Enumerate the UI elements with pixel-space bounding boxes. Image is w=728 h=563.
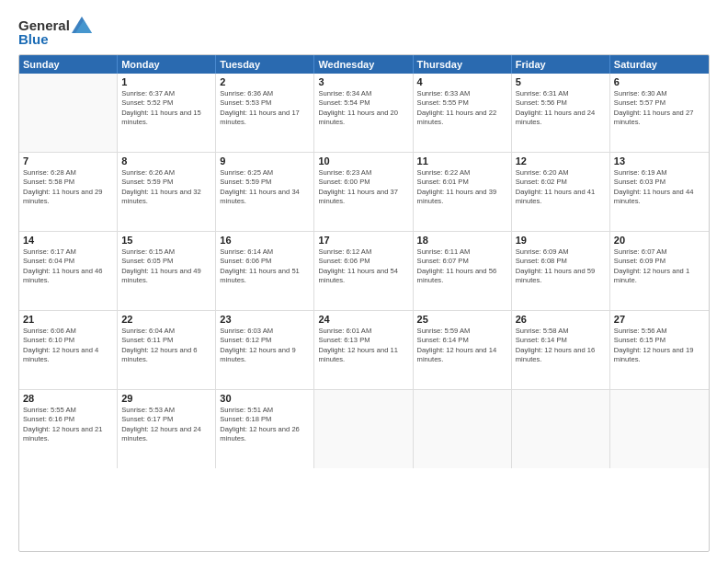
sunrise-text: Sunrise: 6:34 AM xyxy=(318,89,408,98)
cal-cell: 11Sunrise: 6:22 AMSunset: 6:01 PMDayligh… xyxy=(414,153,512,231)
sunset-text: Sunset: 5:56 PM xyxy=(516,98,606,108)
sunset-text: Sunset: 5:59 PM xyxy=(121,178,211,187)
daylight-text: Daylight: 11 hours and 24 minutes. xyxy=(516,109,606,128)
day-number: 22 xyxy=(121,314,211,325)
cal-cell: 24Sunrise: 6:01 AMSunset: 6:13 PMDayligh… xyxy=(314,311,413,389)
daylight-text: Daylight: 12 hours and 1 minute. xyxy=(614,267,705,286)
day-number: 3 xyxy=(318,76,408,87)
daylight-text: Daylight: 12 hours and 26 minutes. xyxy=(220,425,310,444)
cal-cell: 10Sunrise: 6:23 AMSunset: 6:00 PMDayligh… xyxy=(314,153,413,231)
daylight-text: Daylight: 12 hours and 14 minutes. xyxy=(417,346,507,365)
calendar-header-row: SundayMondayTuesdayWednesdayThursdayFrid… xyxy=(19,55,709,74)
sunset-text: Sunset: 6:08 PM xyxy=(516,257,606,266)
sunset-text: Sunset: 5:52 PM xyxy=(121,98,211,108)
sunset-text: Sunset: 6:04 PM xyxy=(23,257,113,266)
cal-header-wednesday: Wednesday xyxy=(314,55,413,74)
daylight-text: Daylight: 11 hours and 44 minutes. xyxy=(614,188,705,207)
day-number: 7 xyxy=(23,155,113,167)
cal-cell: 2Sunrise: 6:36 AMSunset: 5:53 PMDaylight… xyxy=(216,74,314,152)
daylight-text: Daylight: 11 hours and 20 minutes. xyxy=(318,109,408,128)
sunset-text: Sunset: 5:59 PM xyxy=(220,178,310,187)
header: General Blue xyxy=(18,17,710,47)
day-number: 25 xyxy=(417,314,507,325)
cal-cell: 15Sunrise: 6:15 AMSunset: 6:05 PMDayligh… xyxy=(118,232,216,310)
sunrise-text: Sunrise: 5:55 AM xyxy=(23,406,113,415)
day-number: 14 xyxy=(23,235,113,246)
sunset-text: Sunset: 6:14 PM xyxy=(417,336,507,345)
day-number: 24 xyxy=(318,314,408,325)
cal-cell xyxy=(610,390,709,468)
daylight-text: Daylight: 11 hours and 15 minutes. xyxy=(121,109,211,128)
cal-cell xyxy=(512,390,610,468)
cal-cell: 20Sunrise: 6:07 AMSunset: 6:09 PMDayligh… xyxy=(610,232,709,310)
sunset-text: Sunset: 6:03 PM xyxy=(614,178,705,187)
page: General Blue SundayMondayTuesdayWednesda… xyxy=(0,0,728,563)
cal-cell xyxy=(314,390,413,468)
sunset-text: Sunset: 6:11 PM xyxy=(121,336,211,345)
daylight-text: Daylight: 11 hours and 22 minutes. xyxy=(417,109,507,128)
sunrise-text: Sunrise: 6:33 AM xyxy=(417,89,507,98)
cal-cell xyxy=(19,74,118,152)
sunset-text: Sunset: 5:55 PM xyxy=(417,98,507,108)
sunrise-text: Sunrise: 6:19 AM xyxy=(614,168,705,178)
daylight-text: Daylight: 11 hours and 46 minutes. xyxy=(23,267,113,286)
cal-cell: 14Sunrise: 6:17 AMSunset: 6:04 PMDayligh… xyxy=(19,232,118,310)
daylight-text: Daylight: 11 hours and 51 minutes. xyxy=(220,267,310,286)
day-number: 29 xyxy=(121,393,211,404)
daylight-text: Daylight: 12 hours and 4 minutes. xyxy=(23,346,113,365)
sunrise-text: Sunrise: 6:17 AM xyxy=(23,247,113,257)
sunrise-text: Sunrise: 5:58 AM xyxy=(516,327,606,336)
cal-cell: 29Sunrise: 5:53 AMSunset: 6:17 PMDayligh… xyxy=(118,390,216,468)
sunset-text: Sunset: 6:15 PM xyxy=(614,336,705,345)
day-number: 6 xyxy=(614,76,705,87)
calendar-body: 1Sunrise: 6:37 AMSunset: 5:52 PMDaylight… xyxy=(19,74,709,468)
sunset-text: Sunset: 6:05 PM xyxy=(121,257,211,266)
sunrise-text: Sunrise: 6:14 AM xyxy=(220,247,310,257)
daylight-text: Daylight: 11 hours and 29 minutes. xyxy=(23,188,113,207)
daylight-text: Daylight: 11 hours and 56 minutes. xyxy=(417,267,507,286)
cal-cell: 9Sunrise: 6:25 AMSunset: 5:59 PMDaylight… xyxy=(216,153,314,231)
cal-cell: 8Sunrise: 6:26 AMSunset: 5:59 PMDaylight… xyxy=(118,153,216,231)
day-number: 4 xyxy=(417,76,507,87)
day-number: 17 xyxy=(318,235,408,246)
cal-week-2: 7Sunrise: 6:28 AMSunset: 5:58 PMDaylight… xyxy=(19,153,709,232)
sunset-text: Sunset: 6:18 PM xyxy=(220,415,310,424)
sunrise-text: Sunrise: 6:26 AM xyxy=(121,168,211,178)
daylight-text: Daylight: 12 hours and 19 minutes. xyxy=(614,346,705,365)
sunset-text: Sunset: 6:02 PM xyxy=(516,178,606,187)
daylight-text: Daylight: 11 hours and 54 minutes. xyxy=(318,267,408,286)
cal-cell: 13Sunrise: 6:19 AMSunset: 6:03 PMDayligh… xyxy=(610,153,709,231)
sunset-text: Sunset: 6:13 PM xyxy=(318,336,408,345)
day-number: 26 xyxy=(516,314,606,325)
cal-cell: 25Sunrise: 5:59 AMSunset: 6:14 PMDayligh… xyxy=(414,311,512,389)
cal-week-5: 28Sunrise: 5:55 AMSunset: 6:16 PMDayligh… xyxy=(19,390,709,468)
daylight-text: Daylight: 11 hours and 34 minutes. xyxy=(220,188,310,207)
sunrise-text: Sunrise: 6:11 AM xyxy=(417,247,507,257)
daylight-text: Daylight: 11 hours and 37 minutes. xyxy=(318,188,408,207)
sunset-text: Sunset: 6:10 PM xyxy=(23,336,113,345)
sunset-text: Sunset: 5:54 PM xyxy=(318,98,408,108)
sunrise-text: Sunrise: 6:31 AM xyxy=(516,89,606,98)
daylight-text: Daylight: 11 hours and 59 minutes. xyxy=(516,267,606,286)
daylight-text: Daylight: 11 hours and 17 minutes. xyxy=(220,109,310,128)
cal-cell: 21Sunrise: 6:06 AMSunset: 6:10 PMDayligh… xyxy=(19,311,118,389)
sunrise-text: Sunrise: 6:04 AM xyxy=(121,327,211,336)
day-number: 19 xyxy=(516,235,606,246)
sunset-text: Sunset: 6:06 PM xyxy=(220,257,310,266)
cal-cell: 27Sunrise: 5:56 AMSunset: 6:15 PMDayligh… xyxy=(610,311,709,389)
sunset-text: Sunset: 6:09 PM xyxy=(614,257,705,266)
sunrise-text: Sunrise: 5:53 AM xyxy=(121,406,211,415)
day-number: 10 xyxy=(318,155,408,167)
sunrise-text: Sunrise: 6:30 AM xyxy=(614,89,705,98)
cal-cell: 17Sunrise: 6:12 AMSunset: 6:06 PMDayligh… xyxy=(314,232,413,310)
logo-blue: Blue xyxy=(18,31,49,47)
logo-general: General xyxy=(18,17,70,33)
daylight-text: Daylight: 12 hours and 6 minutes. xyxy=(121,346,211,365)
sunset-text: Sunset: 6:14 PM xyxy=(516,336,606,345)
cal-cell: 30Sunrise: 5:51 AMSunset: 6:18 PMDayligh… xyxy=(216,390,314,468)
sunrise-text: Sunrise: 6:03 AM xyxy=(220,327,310,336)
sunset-text: Sunset: 6:07 PM xyxy=(417,257,507,266)
cal-cell: 16Sunrise: 6:14 AMSunset: 6:06 PMDayligh… xyxy=(216,232,314,310)
logo-icon xyxy=(72,17,92,33)
cal-cell: 1Sunrise: 6:37 AMSunset: 5:52 PMDaylight… xyxy=(118,74,216,152)
